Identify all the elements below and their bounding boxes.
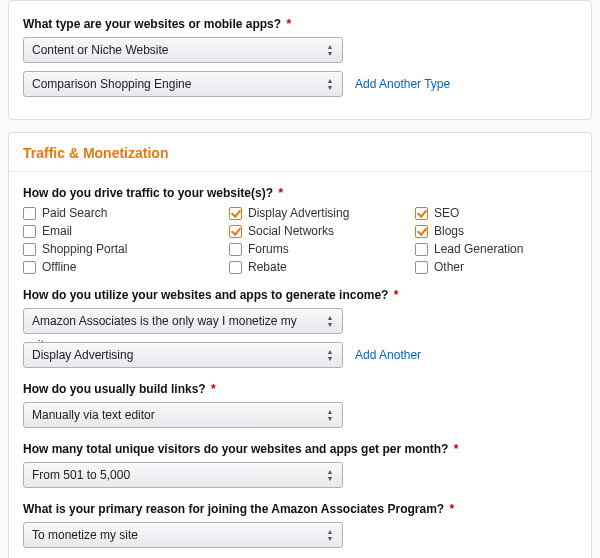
select-primary-reason[interactable]: To monetize my site ▲▼ bbox=[23, 522, 343, 548]
checkbox-label: Social Networks bbox=[248, 224, 334, 238]
label-build-links: How do you usually build links? * bbox=[23, 382, 577, 396]
label-drive-traffic: How do you drive traffic to your website… bbox=[23, 186, 577, 200]
required-asterisk: * bbox=[286, 17, 291, 31]
select-income-1[interactable]: Amazon Associates is the only way I mone… bbox=[23, 308, 343, 334]
select-unique-visitors[interactable]: From 501 to 5,000 ▲▼ bbox=[23, 462, 343, 488]
checkbox-label: Blogs bbox=[434, 224, 464, 238]
checkbox-item: Display Advertising bbox=[229, 206, 409, 220]
checkbox-item: Blogs bbox=[415, 224, 575, 238]
required-asterisk: * bbox=[454, 442, 459, 456]
row-income-1: Amazon Associates is the only way I mone… bbox=[23, 308, 577, 334]
checkbox[interactable] bbox=[415, 261, 428, 274]
label-text: How do you utilize your websites and app… bbox=[23, 288, 388, 302]
checkbox-label: SEO bbox=[434, 206, 459, 220]
row-type-1: Content or Niche Website ▲▼ bbox=[23, 37, 577, 63]
updown-icon: ▲▼ bbox=[324, 403, 336, 427]
checkbox-label: Forums bbox=[248, 242, 289, 256]
updown-icon: ▲▼ bbox=[324, 72, 336, 96]
checkbox[interactable] bbox=[229, 207, 242, 220]
checkbox-item: Offline bbox=[23, 260, 223, 274]
select-build-links[interactable]: Manually via text editor ▲▼ bbox=[23, 402, 343, 428]
label-text: How do you drive traffic to your website… bbox=[23, 186, 273, 200]
select-value: Comparison Shopping Engine bbox=[32, 77, 191, 91]
checkbox-label: Display Advertising bbox=[248, 206, 349, 220]
required-asterisk: * bbox=[211, 382, 216, 396]
checkbox-item: Paid Search bbox=[23, 206, 223, 220]
label-text: What type are your websites or mobile ap… bbox=[23, 17, 281, 31]
label-text: How do you usually build links? bbox=[23, 382, 206, 396]
select-value: Display Advertising bbox=[32, 348, 133, 362]
row-unique-visitors: From 501 to 5,000 ▲▼ bbox=[23, 462, 577, 488]
label-text: What is your primary reason for joining … bbox=[23, 502, 444, 516]
updown-icon: ▲▼ bbox=[324, 343, 336, 367]
required-asterisk: * bbox=[450, 502, 455, 516]
updown-icon: ▲▼ bbox=[324, 463, 336, 487]
required-asterisk: * bbox=[278, 186, 283, 200]
checkbox-label: Rebate bbox=[248, 260, 287, 274]
checkbox[interactable] bbox=[415, 207, 428, 220]
checkbox-label: Other bbox=[434, 260, 464, 274]
checkbox[interactable] bbox=[415, 225, 428, 238]
checkbox-item: Rebate bbox=[229, 260, 409, 274]
checkbox[interactable] bbox=[23, 207, 36, 220]
checkbox-item: Forums bbox=[229, 242, 409, 256]
row-primary-reason: To monetize my site ▲▼ bbox=[23, 522, 577, 548]
label-primary-reason: What is your primary reason for joining … bbox=[23, 502, 577, 516]
checkbox[interactable] bbox=[23, 243, 36, 256]
row-income-2: Display Advertising ▲▼ Add Another bbox=[23, 342, 577, 368]
checkbox-item: Email bbox=[23, 224, 223, 238]
label-generate-income: How do you utilize your websites and app… bbox=[23, 288, 577, 302]
checkbox-label: Shopping Portal bbox=[42, 242, 127, 256]
updown-icon: ▲▼ bbox=[324, 309, 336, 333]
panel-traffic-monetization: Traffic & Monetization How do you drive … bbox=[8, 132, 592, 558]
checkbox[interactable] bbox=[23, 225, 36, 238]
checkbox[interactable] bbox=[229, 261, 242, 274]
link-add-another-type[interactable]: Add Another Type bbox=[355, 77, 450, 91]
label-unique-visitors: How many total unique visitors do your w… bbox=[23, 442, 577, 456]
select-value: Content or Niche Website bbox=[32, 43, 169, 57]
checkbox-item: Other bbox=[415, 260, 575, 274]
checkbox-item: Social Networks bbox=[229, 224, 409, 238]
checkbox-label: Lead Generation bbox=[434, 242, 523, 256]
checkbox-item: Shopping Portal bbox=[23, 242, 223, 256]
link-add-another-income[interactable]: Add Another bbox=[355, 348, 421, 362]
checkbox-label: Paid Search bbox=[42, 206, 107, 220]
checkbox-item: Lead Generation bbox=[415, 242, 575, 256]
section-title: Traffic & Monetization bbox=[9, 133, 591, 172]
label-website-type: What type are your websites or mobile ap… bbox=[23, 17, 577, 31]
select-value: From 501 to 5,000 bbox=[32, 468, 130, 482]
checkbox[interactable] bbox=[23, 261, 36, 274]
select-value: Manually via text editor bbox=[32, 408, 155, 422]
checkbox-item: SEO bbox=[415, 206, 575, 220]
updown-icon: ▲▼ bbox=[324, 38, 336, 62]
select-website-type-1[interactable]: Content or Niche Website ▲▼ bbox=[23, 37, 343, 63]
select-website-type-2[interactable]: Comparison Shopping Engine ▲▼ bbox=[23, 71, 343, 97]
checkbox[interactable] bbox=[415, 243, 428, 256]
checkbox[interactable] bbox=[229, 225, 242, 238]
checkbox-label: Email bbox=[42, 224, 72, 238]
panel-website-type: What type are your websites or mobile ap… bbox=[8, 0, 592, 120]
required-asterisk: * bbox=[394, 288, 399, 302]
checkbox-grid: Paid SearchDisplay AdvertisingSEOEmailSo… bbox=[23, 206, 577, 274]
checkbox[interactable] bbox=[229, 243, 242, 256]
checkbox-label: Offline bbox=[42, 260, 76, 274]
row-build-links: Manually via text editor ▲▼ bbox=[23, 402, 577, 428]
row-type-2: Comparison Shopping Engine ▲▼ Add Anothe… bbox=[23, 71, 577, 97]
updown-icon: ▲▼ bbox=[324, 523, 336, 547]
label-text: How many total unique visitors do your w… bbox=[23, 442, 448, 456]
select-value: To monetize my site bbox=[32, 528, 138, 542]
select-income-2[interactable]: Display Advertising ▲▼ bbox=[23, 342, 343, 368]
